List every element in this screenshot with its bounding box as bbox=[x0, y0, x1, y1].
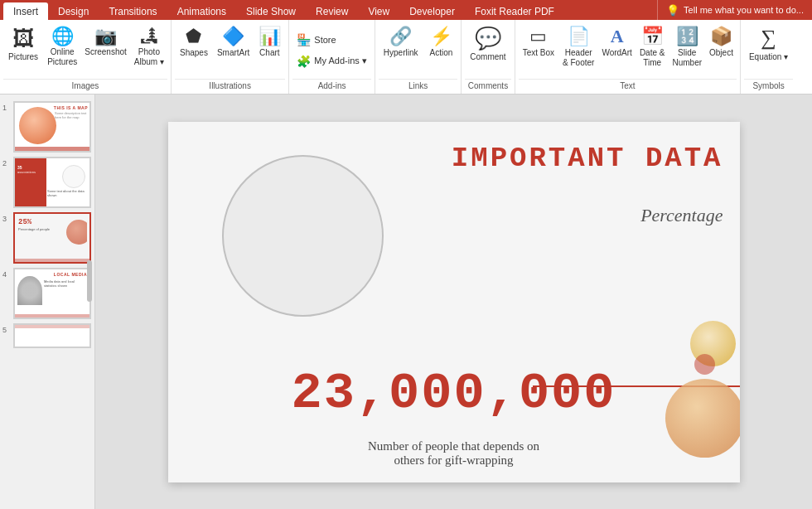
comment-button[interactable]: 💬 Comment bbox=[465, 23, 510, 65]
tab-developer[interactable]: Developer bbox=[399, 2, 465, 20]
screenshot-button[interactable]: 📷 Screenshot bbox=[81, 23, 130, 61]
slide-num-3: 3 bbox=[2, 215, 7, 223]
comments-group-label: Comments bbox=[465, 79, 510, 94]
tab-slideshow[interactable]: Slide Show bbox=[236, 2, 306, 20]
tab-insert[interactable]: Insert bbox=[3, 2, 48, 20]
tab-transitions[interactable]: Transitions bbox=[99, 2, 167, 20]
ribbon-group-illustrations: ⬟ Shapes 🔷 SmartArt 📊 Chart Illustration… bbox=[172, 20, 289, 94]
smartart-button[interactable]: 🔷 SmartArt bbox=[214, 23, 253, 61]
slide-thumb-1[interactable]: 1 THIS IS A MAP Some description text he… bbox=[13, 101, 91, 153]
ribbon-group-text: ▭ Text Box 📄 Header& Footer A WordArt 📅 … bbox=[515, 20, 741, 94]
tab-foxit[interactable]: Foxit Reader PDF bbox=[465, 2, 564, 20]
text-box-button[interactable]: ▭ Text Box bbox=[519, 23, 558, 61]
shapes-icon: ⬟ bbox=[186, 27, 201, 46]
images-group-label: Images bbox=[3, 79, 167, 94]
slide-number-button[interactable]: 🔢 SlideNumber bbox=[669, 23, 705, 71]
lightbulb-icon: 💡 bbox=[666, 4, 679, 17]
equation-icon: ∑ bbox=[761, 27, 776, 51]
tab-animations[interactable]: Animations bbox=[167, 2, 236, 20]
photo-album-icon: 🏞 bbox=[140, 27, 158, 46]
tab-review[interactable]: Review bbox=[306, 2, 358, 20]
tell-me-bar[interactable]: 💡 Tell me what you want to do... bbox=[657, 0, 812, 20]
online-pictures-button[interactable]: 🌐 OnlinePictures bbox=[44, 23, 80, 70]
slide-num-2: 2 bbox=[2, 159, 7, 167]
date-time-button[interactable]: 📅 Date &Time bbox=[636, 23, 669, 71]
scroll-handle[interactable] bbox=[87, 260, 92, 302]
store-button[interactable]: 🏪 Store bbox=[292, 31, 370, 49]
object-icon: 📦 bbox=[710, 27, 732, 46]
chart-icon: 📊 bbox=[259, 27, 281, 46]
slide-view: IMPORTANT DATA Percentage 23,000,000 Num… bbox=[95, 95, 812, 509]
object-button[interactable]: 📦 Object bbox=[706, 23, 737, 61]
text-group-label: Text bbox=[519, 79, 737, 94]
addins-group-label: Add-ins bbox=[292, 79, 370, 94]
wordart-icon: A bbox=[611, 27, 624, 46]
store-icon: 🏪 bbox=[297, 33, 311, 46]
ribbon-group-links: 🔗 Hyperlink ⚡ Action Links bbox=[375, 20, 462, 94]
date-time-icon: 📅 bbox=[641, 27, 664, 46]
shapes-button[interactable]: ⬟ Shapes bbox=[175, 23, 213, 61]
slide-num-5: 5 bbox=[2, 326, 7, 334]
text-box-icon: ▭ bbox=[529, 27, 547, 46]
decoration-small-circle bbox=[694, 354, 715, 375]
links-group-label: Links bbox=[379, 79, 457, 94]
action-button[interactable]: ⚡ Action bbox=[425, 23, 458, 61]
symbols-group-label: Symbols bbox=[744, 79, 793, 94]
header-footer-button[interactable]: 📄 Header& Footer bbox=[559, 23, 597, 71]
ribbon-group-images: 🖼 Pictures 🌐 OnlinePictures 📷 Screenshot… bbox=[0, 20, 172, 94]
equation-button[interactable]: ∑ Equation ▾ bbox=[744, 23, 793, 65]
hyperlink-icon: 🔗 bbox=[389, 27, 412, 46]
online-pictures-icon: 🌐 bbox=[51, 27, 74, 46]
decoration-circle bbox=[665, 379, 740, 458]
pictures-icon: 🖼 bbox=[12, 27, 34, 51]
slide-num-4: 4 bbox=[2, 270, 7, 279]
smartart-icon: 🔷 bbox=[222, 27, 244, 46]
slide-canvas: IMPORTANT DATA Percentage 23,000,000 Num… bbox=[168, 122, 740, 482]
slide-description: Number of people that depends on others … bbox=[368, 439, 539, 468]
slide-num-1: 1 bbox=[2, 104, 7, 112]
slide-percentage-label: Percentage bbox=[640, 205, 723, 226]
tab-view[interactable]: View bbox=[358, 2, 399, 20]
illustrations-group-label: Illustrations bbox=[175, 79, 285, 94]
screenshot-icon: 📷 bbox=[94, 27, 117, 46]
wordart-button[interactable]: A WordArt bbox=[598, 23, 636, 61]
slide-thumb-3[interactable]: 3 25% Percentage of people bbox=[13, 212, 91, 264]
slide-thumb-4[interactable]: 4 LOCAL MEDIA Media data and local stati… bbox=[13, 268, 91, 319]
photo-album-button[interactable]: 🏞 PhotoAlbum ▾ bbox=[131, 23, 167, 70]
ribbon-group-addins: 🏪 Store 🧩 My Add-ins ▾ Add-ins bbox=[289, 20, 375, 94]
slide-thumb-5[interactable]: 5 bbox=[13, 323, 91, 348]
tab-design[interactable]: Design bbox=[48, 2, 99, 20]
pictures-button[interactable]: 🖼 Pictures bbox=[3, 23, 43, 65]
action-icon: ⚡ bbox=[430, 27, 452, 46]
slide-panel: 1 THIS IS A MAP Some description text he… bbox=[0, 95, 95, 509]
ribbon-group-symbols: ∑ Equation ▾ Symbols bbox=[741, 20, 796, 94]
my-addins-button[interactable]: 🧩 My Add-ins ▾ bbox=[292, 52, 370, 70]
my-addins-icon: 🧩 bbox=[297, 55, 311, 68]
header-footer-icon: 📄 bbox=[568, 27, 590, 46]
chart-button[interactable]: 📊 Chart bbox=[254, 23, 285, 61]
slide-title: IMPORTANT DATA bbox=[452, 143, 723, 174]
slide-circle bbox=[222, 155, 384, 317]
slide-big-number: 23,000,000 bbox=[291, 364, 616, 423]
hyperlink-button[interactable]: 🔗 Hyperlink bbox=[379, 23, 423, 61]
ribbon-group-comments: 💬 Comment Comments bbox=[462, 20, 515, 94]
tell-me-text: Tell me what you want to do... bbox=[684, 5, 804, 15]
slide-number-icon: 🔢 bbox=[676, 27, 698, 46]
comment-icon: 💬 bbox=[475, 27, 501, 51]
slide-thumb-2[interactable]: 2 35 associations Some text about the da… bbox=[13, 157, 91, 208]
